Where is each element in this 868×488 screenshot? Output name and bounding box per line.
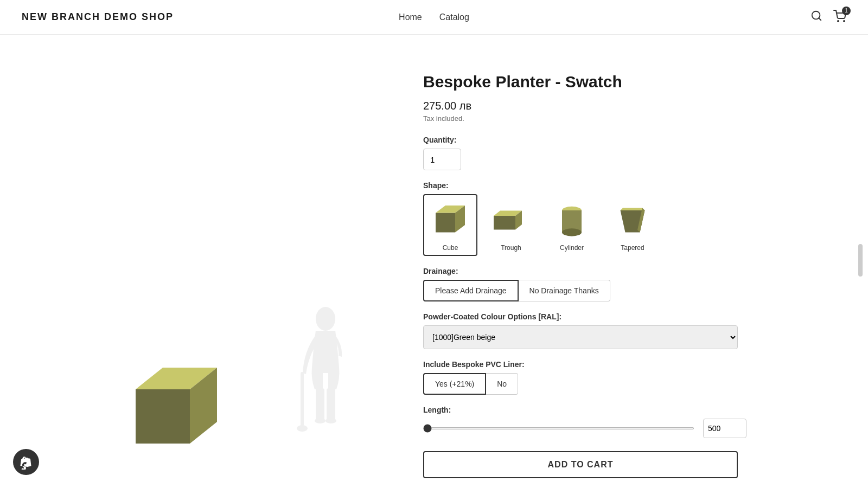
add-to-cart-button[interactable]: ADD TO CART — [423, 451, 738, 478]
liner-yes-button[interactable]: Yes (+21%) — [423, 373, 486, 395]
svg-marker-17 — [494, 216, 515, 230]
nav-catalog[interactable]: Catalog — [439, 12, 469, 22]
shape-cube-label: Cube — [443, 244, 458, 252]
product-price: 275.00 лв — [423, 100, 792, 112]
cart-badge: 1 — [842, 7, 851, 15]
svg-rect-8 — [301, 372, 304, 426]
tapered-svg — [611, 198, 654, 242]
drainage-label: Drainage: — [423, 267, 792, 275]
main-content: Bespoke Planter - Swatch 275.00 лв Tax i… — [54, 35, 814, 488]
length-input[interactable] — [703, 419, 746, 438]
svg-point-12 — [315, 418, 326, 423]
shape-trough-label: Trough — [501, 244, 521, 252]
shape-options: Cube Trough — [423, 194, 792, 256]
product-details: Bespoke Planter - Swatch 275.00 лв Tax i… — [423, 67, 792, 478]
liner-options: Yes (+21%) No — [423, 373, 792, 395]
drainage-section: Drainage: Please Add Drainage No Drainag… — [423, 267, 792, 301]
svg-point-2 — [838, 21, 839, 22]
main-nav: Home Catalog — [399, 12, 469, 22]
product-title: Bespoke Planter - Swatch — [423, 73, 792, 91]
brand-logo[interactable]: NEW BRANCH DEMO SHOP — [22, 11, 174, 23]
search-icon[interactable] — [810, 10, 822, 24]
liner-label: Include Bespoke PVC Liner: — [423, 360, 792, 369]
quantity-label: Quantity: — [423, 136, 792, 144]
liner-section: Include Bespoke PVC Liner: Yes (+21%) No — [423, 360, 792, 395]
colour-select[interactable]: [1000]Green beige [1001]Beige [1002]Sand… — [423, 325, 738, 349]
shape-option-trough[interactable]: Trough — [484, 194, 538, 256]
svg-point-9 — [297, 425, 308, 432]
svg-line-1 — [819, 18, 821, 20]
cart-icon[interactable]: 1 — [833, 10, 846, 25]
svg-rect-10 — [316, 388, 324, 421]
product-image-area — [76, 67, 391, 478]
slider-row — [423, 419, 792, 438]
human-silhouette — [293, 303, 358, 457]
length-section: Length: — [423, 406, 792, 438]
nav-home[interactable]: Home — [399, 12, 422, 22]
trough-svg — [489, 198, 533, 242]
colour-section: Powder-Coated Colour Options [RAL]: [100… — [423, 312, 792, 349]
shape-cylinder-label: Cylinder — [560, 244, 584, 252]
product-tax: Tax included. — [423, 114, 792, 123]
cube-svg — [429, 198, 472, 242]
svg-point-22 — [562, 228, 582, 236]
scroll-hint — [858, 244, 863, 277]
header: NEW BRANCH DEMO SHOP Home Catalog 1 — [0, 0, 868, 35]
cylinder-svg — [550, 198, 593, 242]
liner-no-button[interactable]: No — [486, 373, 518, 395]
shape-option-cube[interactable]: Cube — [423, 194, 477, 256]
shape-tapered-label: Tapered — [621, 244, 644, 252]
drainage-add-button[interactable]: Please Add Drainage — [423, 280, 519, 301]
length-label: Length: — [423, 406, 792, 414]
svg-marker-4 — [136, 389, 190, 444]
shopify-badge[interactable] — [13, 449, 39, 475]
shape-label: Shape: — [423, 181, 792, 190]
colour-label: Powder-Coated Colour Options [RAL]: — [423, 312, 792, 321]
length-slider[interactable] — [423, 427, 694, 429]
product-image-cube — [119, 346, 228, 457]
shape-option-cylinder[interactable]: Cylinder — [545, 194, 599, 256]
quantity-input[interactable] — [423, 149, 461, 170]
header-icons: 1 — [810, 10, 846, 25]
svg-point-7 — [316, 307, 335, 331]
svg-rect-11 — [327, 388, 335, 421]
svg-marker-14 — [436, 213, 455, 233]
svg-marker-24 — [621, 208, 645, 211]
shape-option-tapered[interactable]: Tapered — [605, 194, 660, 256]
svg-point-13 — [326, 418, 336, 423]
svg-point-3 — [844, 21, 845, 22]
drainage-options: Please Add Drainage No Drainage Thanks — [423, 280, 792, 301]
drainage-none-button[interactable]: No Drainage Thanks — [519, 280, 610, 301]
shape-section: Shape: Cube — [423, 181, 792, 256]
